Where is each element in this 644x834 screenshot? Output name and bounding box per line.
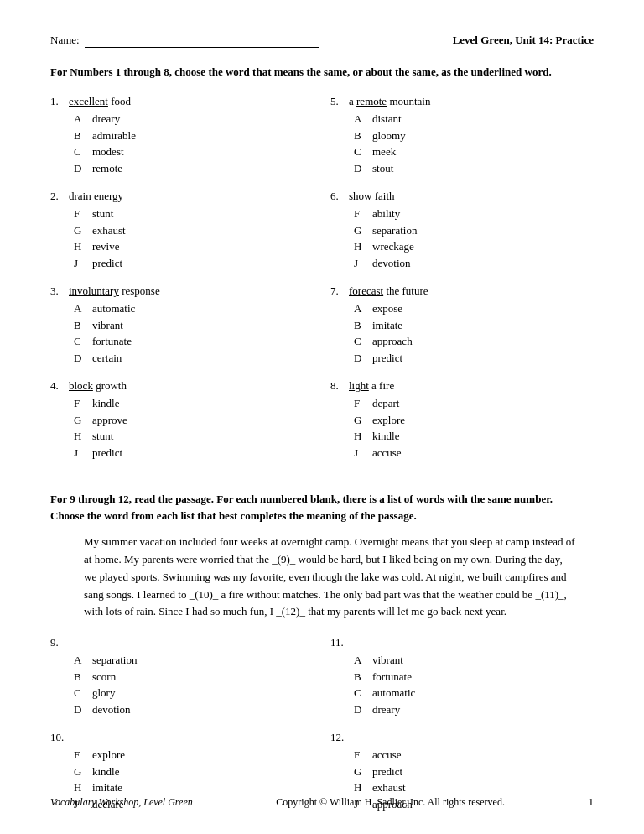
question-3-num: 3. — [50, 284, 65, 298]
question-11-num: 11. — [330, 636, 345, 649]
question-8-choices: Fdepart Gexplore Hkindle Jaccuse — [354, 395, 594, 461]
question-8-underline: light — [349, 379, 369, 392]
question-2-underline: drain — [69, 190, 91, 202]
page-title: Level Green, Unit 14: Practice — [453, 34, 594, 47]
question-1: 1. excellent food Adreary Badmirable Cmo… — [50, 95, 314, 176]
choice-10h: Himitate — [74, 779, 314, 796]
question-8-num: 8. — [330, 379, 345, 393]
column-right: 5. a remote mountain Adistant Bgloomy Cm… — [322, 95, 594, 474]
name-label: Name: — [50, 34, 80, 47]
question-10-num: 10. — [50, 731, 65, 744]
choice-6j: Jdevotion — [354, 255, 594, 272]
choice-7b: Bimitate — [354, 317, 594, 334]
choice-9b: Bscorn — [74, 669, 314, 685]
question-7-underline: forecast — [349, 284, 383, 297]
choice-11b: Bfortunate — [354, 669, 594, 685]
question-4: 4. block growth Fkindle Gapprove Hstunt … — [50, 379, 314, 461]
passage: My summer vacation included four weeks a… — [84, 534, 577, 621]
choice-6f: Fability — [354, 206, 594, 222]
question-1-stem: 1. excellent food — [50, 95, 314, 108]
question-2-stem: 2. drain energy — [50, 190, 314, 203]
question-8-stem: 8. light a fire — [330, 379, 594, 393]
choice-2h: Hrevive — [74, 238, 314, 255]
question-5-num: 5. — [330, 95, 345, 108]
instructions-1: For Numbers 1 through 8, choose the word… — [50, 65, 594, 80]
question-7: 7. forecast the future Aexpose Bimitate … — [330, 284, 594, 366]
question-3-underline: involuntary — [69, 284, 119, 297]
question-9: 9. Aseparation Bscorn Cglory Ddevotion — [50, 636, 314, 717]
question-2-num: 2. — [50, 190, 65, 203]
question-5-stem: 5. a remote mountain — [330, 95, 594, 108]
choice-11a: Avibrant — [354, 652, 594, 669]
choice-3d: Dcertain — [74, 350, 314, 367]
choice-5a: Adistant — [354, 111, 594, 128]
question-12-num: 12. — [330, 731, 345, 744]
choice-8j: Jaccuse — [354, 445, 594, 461]
choice-9d: Ddevotion — [74, 701, 314, 718]
question-3-stem: 3. involuntary response — [50, 284, 314, 298]
choice-1c: Cmodest — [74, 143, 314, 160]
question-9-num: 9. — [50, 636, 65, 649]
question-3: 3. involuntary response Aautomatic Bvibr… — [50, 284, 314, 366]
question-3-choices: Aautomatic Bvibrant Cfortunate Dcertain — [74, 300, 314, 366]
question-6-choices: Fability Gseparation Hwreckage Jdevotion — [354, 206, 594, 271]
question-4-text: block growth — [69, 379, 127, 393]
choice-10f: Fexplore — [74, 747, 314, 764]
choice-8g: Gexplore — [354, 412, 594, 429]
question-2-text: drain energy — [69, 190, 123, 203]
question-7-stem: 7. forecast the future — [330, 284, 594, 298]
questions-section-1-8: 1. excellent food Adreary Badmirable Cmo… — [50, 95, 594, 474]
question-4-num: 4. — [50, 379, 65, 393]
question-5: 5. a remote mountain Adistant Bgloomy Cm… — [330, 95, 594, 176]
column-left: 1. excellent food Adreary Badmirable Cmo… — [50, 95, 322, 474]
footer-page-number: 1 — [589, 795, 595, 809]
choice-7a: Aexpose — [354, 300, 594, 317]
question-7-num: 7. — [330, 284, 345, 298]
question-8: 8. light a fire Fdepart Gexplore Hkindle… — [330, 379, 594, 461]
choice-6h: Hwreckage — [354, 238, 594, 255]
choice-11c: Cautomatic — [354, 685, 594, 701]
choice-6g: Gseparation — [354, 222, 594, 239]
choice-4g: Gapprove — [74, 412, 314, 429]
choice-8f: Fdepart — [354, 395, 594, 412]
question-6-underline: faith — [375, 190, 395, 202]
name-field — [85, 34, 319, 48]
question-6-text: show faith — [349, 190, 395, 203]
question-5-choices: Adistant Bgloomy Cmeek Dstout — [354, 111, 594, 176]
question-4-underline: block — [69, 379, 93, 392]
choice-3c: Cfortunate — [74, 333, 314, 350]
question-6-num: 6. — [330, 190, 345, 203]
question-6: 6. show faith Fability Gseparation Hwrec… — [330, 190, 594, 271]
question-5-text: a remote mountain — [349, 95, 430, 108]
choice-12h: Hexhaust — [354, 779, 594, 796]
question-11-choices: Avibrant Bfortunate Cautomatic Ddreary — [354, 652, 594, 717]
choice-4h: Hstunt — [74, 428, 314, 445]
choice-5c: Cmeek — [354, 143, 594, 160]
footer-publication: Vocabulary Workshop, Level Green — [50, 796, 193, 808]
choice-1a: Adreary — [74, 111, 314, 128]
footer-copyright: Copyright © William H. Sadlier, Inc. All… — [276, 796, 505, 809]
question-1-text: excellent food — [69, 95, 131, 108]
choice-10g: Gkindle — [74, 764, 314, 780]
question-1-choices: Adreary Badmirable Cmodest Dremote — [74, 111, 314, 176]
question-4-choices: Fkindle Gapprove Hstunt Jpredict — [74, 395, 314, 461]
choice-5d: Dstout — [354, 160, 594, 177]
question-7-choices: Aexpose Bimitate Capproach Dpredict — [354, 300, 594, 366]
choice-3b: Bvibrant — [74, 317, 314, 334]
footer-left: Vocabulary Workshop, Level Green — [50, 796, 193, 809]
choice-7d: Dpredict — [354, 350, 594, 367]
question-6-stem: 6. show faith — [330, 190, 594, 203]
question-9-stem: 9. — [50, 636, 314, 649]
choice-12f: Faccuse — [354, 747, 594, 764]
choice-2g: Gexhaust — [74, 222, 314, 239]
question-1-underline: excellent — [69, 95, 108, 107]
question-11: 11. Avibrant Bfortunate Cautomatic Ddrea… — [330, 636, 594, 717]
choice-4f: Fkindle — [74, 395, 314, 412]
page-header: Name: Level Green, Unit 14: Practice — [50, 34, 594, 48]
choice-5b: Bgloomy — [354, 128, 594, 144]
question-4-stem: 4. block growth — [50, 379, 314, 393]
choice-2j: Jpredict — [74, 255, 314, 272]
question-2: 2. drain energy Fstunt Gexhaust Hrevive … — [50, 190, 314, 271]
question-2-choices: Fstunt Gexhaust Hrevive Jpredict — [74, 206, 314, 271]
choice-4j: Jpredict — [74, 445, 314, 461]
